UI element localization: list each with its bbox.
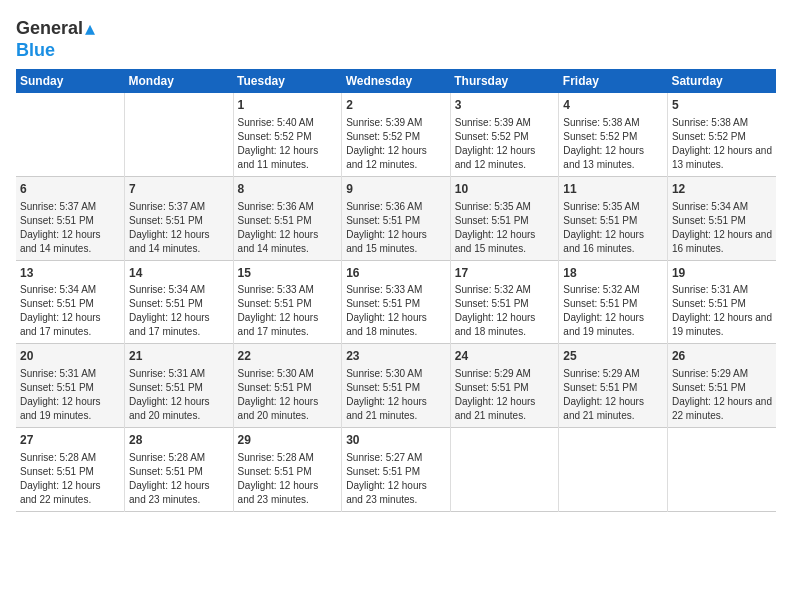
day-header-saturday: Saturday: [667, 69, 776, 93]
calendar-cell: 24Sunrise: 5:29 AM Sunset: 5:51 PM Dayli…: [450, 344, 559, 428]
day-info: Sunrise: 5:38 AM Sunset: 5:52 PM Dayligh…: [563, 116, 663, 172]
calendar-cell: 23Sunrise: 5:30 AM Sunset: 5:51 PM Dayli…: [342, 344, 451, 428]
day-number: 12: [672, 181, 772, 198]
day-info: Sunrise: 5:37 AM Sunset: 5:51 PM Dayligh…: [20, 200, 120, 256]
day-info: Sunrise: 5:35 AM Sunset: 5:51 PM Dayligh…: [563, 200, 663, 256]
day-number: 9: [346, 181, 446, 198]
calendar-cell: 28Sunrise: 5:28 AM Sunset: 5:51 PM Dayli…: [125, 428, 234, 512]
day-info: Sunrise: 5:35 AM Sunset: 5:51 PM Dayligh…: [455, 200, 555, 256]
calendar-week-row: 20Sunrise: 5:31 AM Sunset: 5:51 PM Dayli…: [16, 344, 776, 428]
day-info: Sunrise: 5:29 AM Sunset: 5:51 PM Dayligh…: [563, 367, 663, 423]
day-info: Sunrise: 5:36 AM Sunset: 5:51 PM Dayligh…: [238, 200, 338, 256]
calendar-week-row: 1Sunrise: 5:40 AM Sunset: 5:52 PM Daylig…: [16, 93, 776, 176]
day-header-sunday: Sunday: [16, 69, 125, 93]
calendar-week-row: 13Sunrise: 5:34 AM Sunset: 5:51 PM Dayli…: [16, 260, 776, 344]
calendar-cell: 21Sunrise: 5:31 AM Sunset: 5:51 PM Dayli…: [125, 344, 234, 428]
day-number: 11: [563, 181, 663, 198]
day-number: 18: [563, 265, 663, 282]
day-number: 1: [238, 97, 338, 114]
day-number: 14: [129, 265, 229, 282]
day-info: Sunrise: 5:38 AM Sunset: 5:52 PM Dayligh…: [672, 116, 772, 172]
calendar-cell: 27Sunrise: 5:28 AM Sunset: 5:51 PM Dayli…: [16, 428, 125, 512]
day-info: Sunrise: 5:40 AM Sunset: 5:52 PM Dayligh…: [238, 116, 338, 172]
logo-blue-text: Blue: [16, 40, 55, 60]
day-number: 21: [129, 348, 229, 365]
calendar-cell: 15Sunrise: 5:33 AM Sunset: 5:51 PM Dayli…: [233, 260, 342, 344]
day-number: 13: [20, 265, 120, 282]
day-header-monday: Monday: [125, 69, 234, 93]
calendar-cell: 14Sunrise: 5:34 AM Sunset: 5:51 PM Dayli…: [125, 260, 234, 344]
calendar-week-row: 6Sunrise: 5:37 AM Sunset: 5:51 PM Daylig…: [16, 176, 776, 260]
day-info: Sunrise: 5:31 AM Sunset: 5:51 PM Dayligh…: [672, 283, 772, 339]
day-info: Sunrise: 5:28 AM Sunset: 5:51 PM Dayligh…: [238, 451, 338, 507]
calendar-cell: 11Sunrise: 5:35 AM Sunset: 5:51 PM Dayli…: [559, 176, 668, 260]
calendar-cell: 12Sunrise: 5:34 AM Sunset: 5:51 PM Dayli…: [667, 176, 776, 260]
calendar-cell: 10Sunrise: 5:35 AM Sunset: 5:51 PM Dayli…: [450, 176, 559, 260]
day-info: Sunrise: 5:37 AM Sunset: 5:51 PM Dayligh…: [129, 200, 229, 256]
calendar-cell: [450, 428, 559, 512]
day-number: 2: [346, 97, 446, 114]
calendar-cell: 19Sunrise: 5:31 AM Sunset: 5:51 PM Dayli…: [667, 260, 776, 344]
day-number: 15: [238, 265, 338, 282]
day-header-wednesday: Wednesday: [342, 69, 451, 93]
day-info: Sunrise: 5:36 AM Sunset: 5:51 PM Dayligh…: [346, 200, 446, 256]
calendar-table: SundayMondayTuesdayWednesdayThursdayFrid…: [16, 69, 776, 512]
page-header: General ▴ Blue: [16, 16, 776, 61]
day-number: 28: [129, 432, 229, 449]
calendar-cell: 30Sunrise: 5:27 AM Sunset: 5:51 PM Dayli…: [342, 428, 451, 512]
day-info: Sunrise: 5:32 AM Sunset: 5:51 PM Dayligh…: [563, 283, 663, 339]
calendar-cell: 8Sunrise: 5:36 AM Sunset: 5:51 PM Daylig…: [233, 176, 342, 260]
calendar-cell: 1Sunrise: 5:40 AM Sunset: 5:52 PM Daylig…: [233, 93, 342, 176]
calendar-cell: [667, 428, 776, 512]
calendar-cell: 7Sunrise: 5:37 AM Sunset: 5:51 PM Daylig…: [125, 176, 234, 260]
calendar-cell: 26Sunrise: 5:29 AM Sunset: 5:51 PM Dayli…: [667, 344, 776, 428]
logo-general-text: General: [16, 18, 83, 39]
calendar-week-row: 27Sunrise: 5:28 AM Sunset: 5:51 PM Dayli…: [16, 428, 776, 512]
day-info: Sunrise: 5:39 AM Sunset: 5:52 PM Dayligh…: [455, 116, 555, 172]
day-info: Sunrise: 5:34 AM Sunset: 5:51 PM Dayligh…: [129, 283, 229, 339]
day-info: Sunrise: 5:31 AM Sunset: 5:51 PM Dayligh…: [20, 367, 120, 423]
day-number: 4: [563, 97, 663, 114]
calendar-cell: [16, 93, 125, 176]
day-number: 10: [455, 181, 555, 198]
day-info: Sunrise: 5:34 AM Sunset: 5:51 PM Dayligh…: [20, 283, 120, 339]
day-header-thursday: Thursday: [450, 69, 559, 93]
day-number: 26: [672, 348, 772, 365]
logo: General ▴ Blue: [16, 16, 95, 61]
calendar-cell: 17Sunrise: 5:32 AM Sunset: 5:51 PM Dayli…: [450, 260, 559, 344]
calendar-cell: 29Sunrise: 5:28 AM Sunset: 5:51 PM Dayli…: [233, 428, 342, 512]
calendar-cell: 13Sunrise: 5:34 AM Sunset: 5:51 PM Dayli…: [16, 260, 125, 344]
day-number: 25: [563, 348, 663, 365]
day-info: Sunrise: 5:39 AM Sunset: 5:52 PM Dayligh…: [346, 116, 446, 172]
day-number: 8: [238, 181, 338, 198]
day-info: Sunrise: 5:31 AM Sunset: 5:51 PM Dayligh…: [129, 367, 229, 423]
day-number: 29: [238, 432, 338, 449]
day-number: 30: [346, 432, 446, 449]
day-number: 17: [455, 265, 555, 282]
day-info: Sunrise: 5:34 AM Sunset: 5:51 PM Dayligh…: [672, 200, 772, 256]
day-number: 19: [672, 265, 772, 282]
calendar-cell: 18Sunrise: 5:32 AM Sunset: 5:51 PM Dayli…: [559, 260, 668, 344]
day-number: 7: [129, 181, 229, 198]
calendar-cell: [559, 428, 668, 512]
day-number: 24: [455, 348, 555, 365]
day-info: Sunrise: 5:32 AM Sunset: 5:51 PM Dayligh…: [455, 283, 555, 339]
day-header-tuesday: Tuesday: [233, 69, 342, 93]
calendar-cell: 6Sunrise: 5:37 AM Sunset: 5:51 PM Daylig…: [16, 176, 125, 260]
calendar-cell: 16Sunrise: 5:33 AM Sunset: 5:51 PM Dayli…: [342, 260, 451, 344]
calendar-cell: 22Sunrise: 5:30 AM Sunset: 5:51 PM Dayli…: [233, 344, 342, 428]
logo-bird-icon: ▴: [85, 16, 95, 40]
calendar-cell: 5Sunrise: 5:38 AM Sunset: 5:52 PM Daylig…: [667, 93, 776, 176]
calendar-cell: 3Sunrise: 5:39 AM Sunset: 5:52 PM Daylig…: [450, 93, 559, 176]
day-info: Sunrise: 5:28 AM Sunset: 5:51 PM Dayligh…: [129, 451, 229, 507]
calendar-cell: 25Sunrise: 5:29 AM Sunset: 5:51 PM Dayli…: [559, 344, 668, 428]
day-number: 5: [672, 97, 772, 114]
day-info: Sunrise: 5:27 AM Sunset: 5:51 PM Dayligh…: [346, 451, 446, 507]
calendar-cell: 9Sunrise: 5:36 AM Sunset: 5:51 PM Daylig…: [342, 176, 451, 260]
day-info: Sunrise: 5:28 AM Sunset: 5:51 PM Dayligh…: [20, 451, 120, 507]
day-info: Sunrise: 5:30 AM Sunset: 5:51 PM Dayligh…: [238, 367, 338, 423]
day-info: Sunrise: 5:33 AM Sunset: 5:51 PM Dayligh…: [238, 283, 338, 339]
day-number: 16: [346, 265, 446, 282]
day-info: Sunrise: 5:33 AM Sunset: 5:51 PM Dayligh…: [346, 283, 446, 339]
day-header-friday: Friday: [559, 69, 668, 93]
